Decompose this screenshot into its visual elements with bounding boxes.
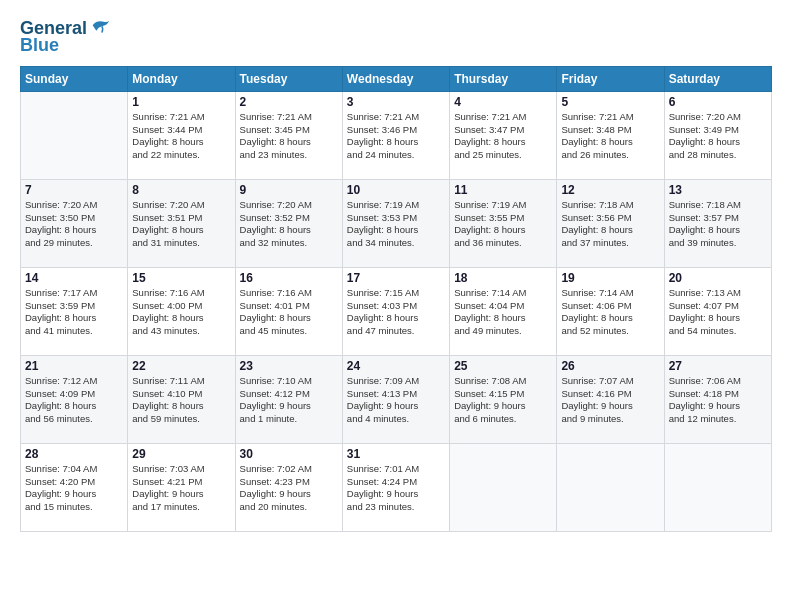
day-number: 2 (240, 95, 338, 109)
weekday-header-monday: Monday (128, 66, 235, 91)
day-number: 1 (132, 95, 230, 109)
day-number: 27 (669, 359, 767, 373)
day-info: Sunrise: 7:21 AMSunset: 3:46 PMDaylight:… (347, 111, 445, 162)
weekday-header-tuesday: Tuesday (235, 66, 342, 91)
day-info: Sunrise: 7:07 AMSunset: 4:16 PMDaylight:… (561, 375, 659, 426)
day-info: Sunrise: 7:20 AMSunset: 3:51 PMDaylight:… (132, 199, 230, 250)
calendar-cell: 11Sunrise: 7:19 AMSunset: 3:55 PMDayligh… (450, 179, 557, 267)
day-info: Sunrise: 7:21 AMSunset: 3:47 PMDaylight:… (454, 111, 552, 162)
day-info: Sunrise: 7:16 AMSunset: 4:01 PMDaylight:… (240, 287, 338, 338)
calendar-cell: 22Sunrise: 7:11 AMSunset: 4:10 PMDayligh… (128, 355, 235, 443)
day-number: 5 (561, 95, 659, 109)
calendar-cell: 18Sunrise: 7:14 AMSunset: 4:04 PMDayligh… (450, 267, 557, 355)
day-number: 15 (132, 271, 230, 285)
day-number: 4 (454, 95, 552, 109)
day-info: Sunrise: 7:14 AMSunset: 4:04 PMDaylight:… (454, 287, 552, 338)
day-number: 3 (347, 95, 445, 109)
week-row-4: 21Sunrise: 7:12 AMSunset: 4:09 PMDayligh… (21, 355, 772, 443)
weekday-header-thursday: Thursday (450, 66, 557, 91)
day-info: Sunrise: 7:09 AMSunset: 4:13 PMDaylight:… (347, 375, 445, 426)
calendar-cell: 20Sunrise: 7:13 AMSunset: 4:07 PMDayligh… (664, 267, 771, 355)
day-number: 14 (25, 271, 123, 285)
day-number: 23 (240, 359, 338, 373)
day-info: Sunrise: 7:14 AMSunset: 4:06 PMDaylight:… (561, 287, 659, 338)
day-number: 29 (132, 447, 230, 461)
calendar-cell: 14Sunrise: 7:17 AMSunset: 3:59 PMDayligh… (21, 267, 128, 355)
day-number: 30 (240, 447, 338, 461)
logo: General Blue (20, 18, 111, 56)
calendar-cell (664, 443, 771, 531)
weekday-header-wednesday: Wednesday (342, 66, 449, 91)
calendar-cell: 25Sunrise: 7:08 AMSunset: 4:15 PMDayligh… (450, 355, 557, 443)
day-number: 21 (25, 359, 123, 373)
calendar-cell: 16Sunrise: 7:16 AMSunset: 4:01 PMDayligh… (235, 267, 342, 355)
day-info: Sunrise: 7:06 AMSunset: 4:18 PMDaylight:… (669, 375, 767, 426)
day-info: Sunrise: 7:16 AMSunset: 4:00 PMDaylight:… (132, 287, 230, 338)
calendar-cell: 26Sunrise: 7:07 AMSunset: 4:16 PMDayligh… (557, 355, 664, 443)
day-number: 9 (240, 183, 338, 197)
calendar-cell (21, 91, 128, 179)
day-number: 24 (347, 359, 445, 373)
calendar-cell: 4Sunrise: 7:21 AMSunset: 3:47 PMDaylight… (450, 91, 557, 179)
weekday-header-sunday: Sunday (21, 66, 128, 91)
day-number: 22 (132, 359, 230, 373)
calendar-cell: 2Sunrise: 7:21 AMSunset: 3:45 PMDaylight… (235, 91, 342, 179)
calendar-cell: 12Sunrise: 7:18 AMSunset: 3:56 PMDayligh… (557, 179, 664, 267)
calendar-cell: 30Sunrise: 7:02 AMSunset: 4:23 PMDayligh… (235, 443, 342, 531)
day-number: 17 (347, 271, 445, 285)
header: General Blue (20, 18, 772, 56)
day-info: Sunrise: 7:04 AMSunset: 4:20 PMDaylight:… (25, 463, 123, 514)
page: General Blue SundayMondayTuesdayWednesda… (0, 0, 792, 612)
day-number: 26 (561, 359, 659, 373)
day-info: Sunrise: 7:20 AMSunset: 3:49 PMDaylight:… (669, 111, 767, 162)
week-row-3: 14Sunrise: 7:17 AMSunset: 3:59 PMDayligh… (21, 267, 772, 355)
day-number: 10 (347, 183, 445, 197)
weekday-header-row: SundayMondayTuesdayWednesdayThursdayFrid… (21, 66, 772, 91)
day-info: Sunrise: 7:12 AMSunset: 4:09 PMDaylight:… (25, 375, 123, 426)
week-row-2: 7Sunrise: 7:20 AMSunset: 3:50 PMDaylight… (21, 179, 772, 267)
calendar-cell: 8Sunrise: 7:20 AMSunset: 3:51 PMDaylight… (128, 179, 235, 267)
calendar-cell: 5Sunrise: 7:21 AMSunset: 3:48 PMDaylight… (557, 91, 664, 179)
day-number: 13 (669, 183, 767, 197)
day-info: Sunrise: 7:13 AMSunset: 4:07 PMDaylight:… (669, 287, 767, 338)
day-info: Sunrise: 7:20 AMSunset: 3:52 PMDaylight:… (240, 199, 338, 250)
calendar-cell: 31Sunrise: 7:01 AMSunset: 4:24 PMDayligh… (342, 443, 449, 531)
day-number: 25 (454, 359, 552, 373)
day-info: Sunrise: 7:03 AMSunset: 4:21 PMDaylight:… (132, 463, 230, 514)
day-info: Sunrise: 7:21 AMSunset: 3:45 PMDaylight:… (240, 111, 338, 162)
calendar-cell: 28Sunrise: 7:04 AMSunset: 4:20 PMDayligh… (21, 443, 128, 531)
calendar-cell: 9Sunrise: 7:20 AMSunset: 3:52 PMDaylight… (235, 179, 342, 267)
day-info: Sunrise: 7:08 AMSunset: 4:15 PMDaylight:… (454, 375, 552, 426)
day-info: Sunrise: 7:01 AMSunset: 4:24 PMDaylight:… (347, 463, 445, 514)
calendar-cell: 29Sunrise: 7:03 AMSunset: 4:21 PMDayligh… (128, 443, 235, 531)
day-info: Sunrise: 7:21 AMSunset: 3:48 PMDaylight:… (561, 111, 659, 162)
day-info: Sunrise: 7:15 AMSunset: 4:03 PMDaylight:… (347, 287, 445, 338)
day-number: 11 (454, 183, 552, 197)
calendar: SundayMondayTuesdayWednesdayThursdayFrid… (20, 66, 772, 532)
day-number: 16 (240, 271, 338, 285)
calendar-cell: 6Sunrise: 7:20 AMSunset: 3:49 PMDaylight… (664, 91, 771, 179)
calendar-cell: 3Sunrise: 7:21 AMSunset: 3:46 PMDaylight… (342, 91, 449, 179)
calendar-cell: 13Sunrise: 7:18 AMSunset: 3:57 PMDayligh… (664, 179, 771, 267)
day-info: Sunrise: 7:02 AMSunset: 4:23 PMDaylight:… (240, 463, 338, 514)
day-info: Sunrise: 7:20 AMSunset: 3:50 PMDaylight:… (25, 199, 123, 250)
weekday-header-friday: Friday (557, 66, 664, 91)
calendar-cell: 24Sunrise: 7:09 AMSunset: 4:13 PMDayligh… (342, 355, 449, 443)
calendar-cell: 15Sunrise: 7:16 AMSunset: 4:00 PMDayligh… (128, 267, 235, 355)
day-info: Sunrise: 7:10 AMSunset: 4:12 PMDaylight:… (240, 375, 338, 426)
day-number: 6 (669, 95, 767, 109)
day-number: 8 (132, 183, 230, 197)
day-number: 12 (561, 183, 659, 197)
calendar-cell: 10Sunrise: 7:19 AMSunset: 3:53 PMDayligh… (342, 179, 449, 267)
day-info: Sunrise: 7:18 AMSunset: 3:57 PMDaylight:… (669, 199, 767, 250)
calendar-cell: 27Sunrise: 7:06 AMSunset: 4:18 PMDayligh… (664, 355, 771, 443)
day-number: 28 (25, 447, 123, 461)
week-row-5: 28Sunrise: 7:04 AMSunset: 4:20 PMDayligh… (21, 443, 772, 531)
day-info: Sunrise: 7:17 AMSunset: 3:59 PMDaylight:… (25, 287, 123, 338)
weekday-header-saturday: Saturday (664, 66, 771, 91)
calendar-cell: 17Sunrise: 7:15 AMSunset: 4:03 PMDayligh… (342, 267, 449, 355)
calendar-cell: 1Sunrise: 7:21 AMSunset: 3:44 PMDaylight… (128, 91, 235, 179)
day-info: Sunrise: 7:19 AMSunset: 3:55 PMDaylight:… (454, 199, 552, 250)
day-number: 31 (347, 447, 445, 461)
day-info: Sunrise: 7:19 AMSunset: 3:53 PMDaylight:… (347, 199, 445, 250)
